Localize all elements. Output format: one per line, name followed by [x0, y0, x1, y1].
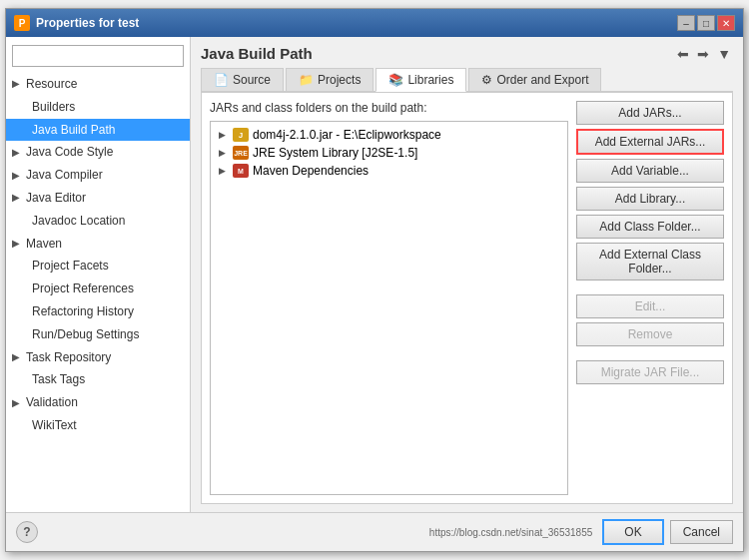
- tab-projects[interactable]: 📁 Projects: [286, 68, 374, 91]
- jar-file-icon: J: [233, 128, 249, 142]
- sidebar-item-refactoring-history[interactable]: Refactoring History: [6, 300, 190, 323]
- tree-arrow-icon: ▶: [219, 148, 229, 158]
- title-bar-left: P Properties for test: [14, 15, 139, 31]
- nav-forward-button[interactable]: ➡: [695, 46, 711, 62]
- main-content: Java Build Path ⬅ ➡ ▼ 📄 Source 📁 Project…: [191, 37, 743, 512]
- edit-button[interactable]: Edit...: [576, 294, 724, 318]
- nav-dropdown-button[interactable]: ▼: [715, 46, 733, 62]
- source-tab-icon: 📄: [214, 73, 229, 87]
- tab-source[interactable]: 📄 Source: [201, 68, 284, 91]
- tab-libraries-label: Libraries: [407, 73, 453, 87]
- sidebar-item-project-references[interactable]: Project References: [6, 278, 190, 300]
- sidebar-item-label: Validation: [26, 394, 78, 411]
- sidebar-item-label: WikiText: [32, 417, 77, 434]
- sidebar-item-label: Project Facets: [32, 258, 109, 275]
- tab-source-label: Source: [233, 73, 271, 87]
- main-header: Java Build Path ⬅ ➡ ▼: [201, 45, 733, 62]
- sidebar-item-project-facets[interactable]: Project Facets: [6, 255, 190, 278]
- footer-right-area: https://blog.csdn.net/sinat_36531855 OK …: [429, 519, 733, 545]
- tab-order-export[interactable]: ⚙ Order and Export: [468, 68, 601, 91]
- sidebar-item-label: Builders: [32, 99, 75, 116]
- tree-item-label: JRE System Library [J2SE-1.5]: [253, 146, 417, 160]
- remove-button[interactable]: Remove: [576, 322, 724, 346]
- dialog-title: Properties for test: [36, 16, 139, 30]
- arrow-icon: ▶: [12, 77, 22, 91]
- sidebar-item-label: Java Editor: [26, 190, 86, 207]
- tab-projects-label: Projects: [318, 73, 361, 87]
- libraries-tab-icon: 📚: [388, 73, 403, 87]
- tree-item-dom4j[interactable]: ▶ J dom4j-2.1.0.jar - E:\Eclipworkspace: [215, 126, 563, 144]
- order-export-tab-icon: ⚙: [481, 73, 492, 87]
- sidebar-item-label: Javadoc Location: [32, 213, 125, 230]
- sidebar-item-java-build-path[interactable]: Java Build Path: [6, 119, 190, 142]
- add-external-jars-button[interactable]: Add External JARs...: [576, 129, 724, 155]
- tree-item-label: Maven Dependencies: [253, 164, 369, 178]
- title-buttons: – □ ✕: [677, 15, 735, 31]
- sidebar-item-label: Project References: [32, 280, 134, 297]
- sidebar-item-label: Task Repository: [26, 349, 111, 366]
- projects-tab-icon: 📁: [299, 73, 314, 87]
- tree-item-jre[interactable]: ▶ JRE JRE System Library [J2SE-1.5]: [215, 144, 563, 162]
- sidebar-item-validation[interactable]: ▶ Validation: [6, 391, 190, 414]
- add-class-folder-button[interactable]: Add Class Folder...: [576, 215, 724, 239]
- tree-description: JARs and class folders on the build path…: [210, 101, 568, 115]
- sidebar: ▶ Resource Builders Java Build Path ▶ Ja…: [6, 37, 191, 512]
- sidebar-item-label: Task Tags: [32, 371, 85, 388]
- sidebar-search-input[interactable]: [12, 45, 184, 67]
- properties-dialog: P Properties for test – □ ✕ ▶ Resource B…: [5, 8, 744, 552]
- sidebar-item-label: Refactoring History: [32, 303, 134, 320]
- sidebar-item-builders[interactable]: Builders: [6, 96, 190, 119]
- sidebar-item-label: Java Compiler: [26, 167, 103, 184]
- maximize-button[interactable]: □: [697, 15, 715, 31]
- close-button[interactable]: ✕: [717, 15, 735, 31]
- nav-arrows: ⬅ ➡ ▼: [675, 46, 733, 62]
- sidebar-item-wikitext[interactable]: WikiText: [6, 414, 190, 437]
- sidebar-item-label: Run/Debug Settings: [32, 326, 139, 343]
- tab-order-export-label: Order and Export: [496, 73, 588, 87]
- tab-libraries[interactable]: 📚 Libraries: [375, 68, 466, 92]
- dialog-icon: P: [14, 15, 30, 31]
- ok-button[interactable]: OK: [602, 519, 663, 545]
- minimize-button[interactable]: –: [677, 15, 695, 31]
- tabs-container: 📄 Source 📁 Projects 📚 Libraries ⚙ Order …: [201, 68, 733, 92]
- sidebar-item-run-debug-settings[interactable]: Run/Debug Settings: [6, 323, 190, 346]
- sidebar-item-label: Maven: [26, 236, 62, 253]
- sidebar-item-label: Resource: [26, 76, 77, 93]
- add-variable-button[interactable]: Add Variable...: [576, 159, 724, 183]
- arrow-icon: ▶: [12, 237, 22, 251]
- tree-panel[interactable]: ▶ J dom4j-2.1.0.jar - E:\Eclipworkspace …: [210, 121, 568, 495]
- sidebar-item-label: Java Code Style: [26, 144, 113, 161]
- buttons-panel: Add JARs... Add External JARs... Add Var…: [576, 101, 724, 495]
- arrow-icon: ▶: [12, 191, 22, 205]
- sidebar-item-java-compiler[interactable]: ▶ Java Compiler: [6, 164, 190, 187]
- jre-icon: JRE: [233, 146, 249, 160]
- sidebar-item-resource[interactable]: ▶ Resource: [6, 73, 190, 96]
- dialog-body: ▶ Resource Builders Java Build Path ▶ Ja…: [6, 37, 743, 512]
- migrate-jar-button[interactable]: Migrate JAR File...: [576, 360, 724, 384]
- tree-section: JARs and class folders on the build path…: [210, 101, 568, 495]
- nav-back-button[interactable]: ⬅: [675, 46, 691, 62]
- sidebar-item-task-repository[interactable]: ▶ Task Repository: [6, 346, 190, 369]
- add-jars-button[interactable]: Add JARs...: [576, 101, 724, 125]
- tree-item-label: dom4j-2.1.0.jar - E:\Eclipworkspace: [253, 128, 441, 142]
- sidebar-item-task-tags[interactable]: Task Tags: [6, 368, 190, 391]
- title-bar: P Properties for test – □ ✕: [6, 9, 743, 37]
- sidebar-item-java-code-style[interactable]: ▶ Java Code Style: [6, 141, 190, 164]
- sidebar-item-maven[interactable]: ▶ Maven: [6, 233, 190, 256]
- arrow-icon: ▶: [12, 146, 22, 160]
- page-title: Java Build Path: [201, 45, 313, 62]
- tree-arrow-icon: ▶: [219, 130, 229, 140]
- footer-left: ?: [16, 521, 38, 543]
- help-button[interactable]: ?: [16, 521, 38, 543]
- content-area: JARs and class folders on the build path…: [201, 92, 733, 504]
- tree-item-maven[interactable]: ▶ M Maven Dependencies: [215, 162, 563, 180]
- cancel-button[interactable]: Cancel: [670, 520, 733, 544]
- add-library-button[interactable]: Add Library...: [576, 187, 724, 211]
- watermark-text: https://blog.csdn.net/sinat_36531855: [429, 527, 592, 538]
- sidebar-item-label: Java Build Path: [32, 122, 115, 139]
- sidebar-item-java-editor[interactable]: ▶ Java Editor: [6, 187, 190, 210]
- sidebar-item-javadoc-location[interactable]: Javadoc Location: [6, 210, 190, 233]
- arrow-icon: ▶: [12, 169, 22, 183]
- arrow-icon: ▶: [12, 350, 22, 364]
- add-external-class-folder-button[interactable]: Add External Class Folder...: [576, 243, 724, 280]
